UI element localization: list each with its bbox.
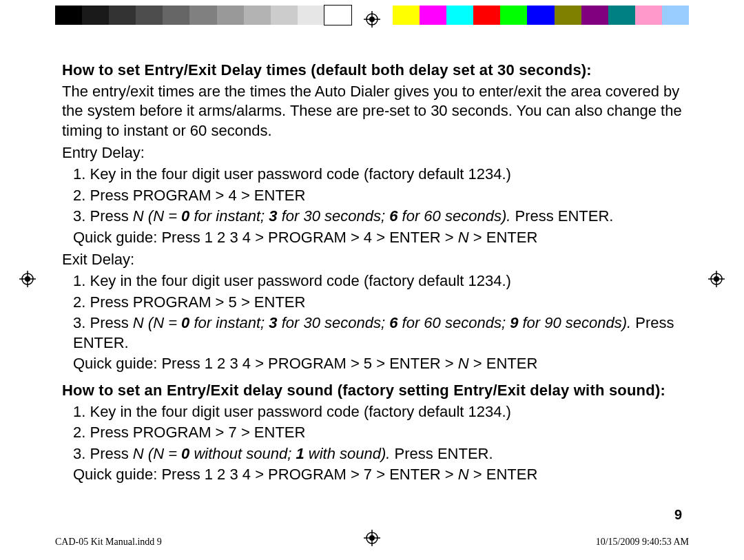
intro-text: The entry/exit times are the times the A… — [62, 82, 682, 141]
entry-quick-guide: Quick guide: Press 1 2 3 4 > PROGRAM > 4… — [73, 228, 682, 248]
sound-step-3: 3. Press N (N = 0 without sound; 1 with … — [73, 444, 682, 464]
page-content: How to set Entry/Exit Delay times (defau… — [62, 61, 682, 485]
registration-mark-icon — [364, 11, 380, 30]
entry-step-3: 3. Press N (N = 0 for instant; 3 for 30 … — [73, 207, 682, 227]
exit-step-3: 3. Press N (N = 0 for instant; 3 for 30 … — [73, 313, 682, 353]
color-bars — [393, 6, 689, 25]
sound-step-2: 2. Press PROGRAM > 7 > ENTER — [73, 423, 682, 443]
heading-delay-sound: How to set an Entry/Exit delay sound (fa… — [62, 381, 682, 401]
exit-delay-label: Exit Delay: — [62, 250, 682, 270]
footer-timestamp: 10/15/2009 9:40:53 AM — [596, 537, 689, 548]
sound-quick-guide: Quick guide: Press 1 2 3 4 > PROGRAM > 7… — [73, 465, 682, 485]
entry-step-1: 1. Key in the four digit user password c… — [73, 165, 682, 185]
page-number: 9 — [674, 507, 682, 523]
registration-mark-icon — [708, 271, 725, 290]
footer: CAD-05 Kit Manual.indd 9 10/15/2009 9:40… — [55, 537, 689, 548]
registration-mark-icon — [19, 271, 36, 290]
grayscale-bars — [55, 6, 351, 25]
entry-delay-label: Entry Delay: — [62, 143, 682, 163]
sound-step-1: 1. Key in the four digit user password c… — [73, 402, 682, 422]
exit-step-1: 1. Key in the four digit user password c… — [73, 271, 682, 291]
exit-quick-guide: Quick guide: Press 1 2 3 4 > PROGRAM > 5… — [73, 354, 682, 374]
footer-filename: CAD-05 Kit Manual.indd 9 — [55, 537, 162, 548]
entry-step-2: 2. Press PROGRAM > 4 > ENTER — [73, 186, 682, 206]
heading-delay-times: How to set Entry/Exit Delay times (defau… — [62, 61, 682, 81]
exit-step-2: 2. Press PROGRAM > 5 > ENTER — [73, 293, 682, 313]
